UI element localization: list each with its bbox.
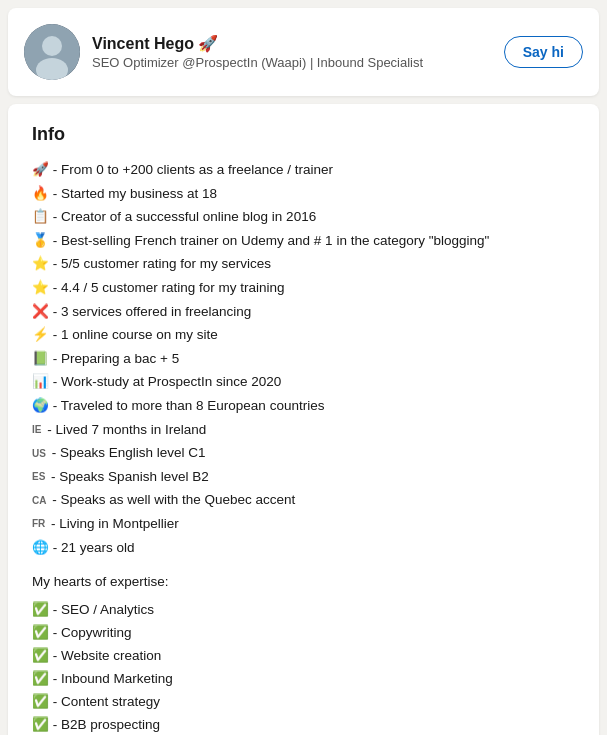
- info-list-item: 🌍 - Traveled to more than 8 European cou…: [32, 395, 575, 417]
- info-list-item: IE - Lived 7 months in Ireland: [32, 419, 575, 441]
- expertise-list-item: ✅ - Website creation: [32, 645, 575, 668]
- info-list-item: 🚀 - From 0 to +200 clients as a freelanc…: [32, 159, 575, 181]
- info-list-item: 🔥 - Started my business at 18: [32, 183, 575, 205]
- flag-label: FR: [32, 518, 45, 529]
- say-hi-button[interactable]: Say hi: [504, 36, 583, 68]
- expertise-list: ✅ - SEO / Analytics✅ - Copywriting✅ - We…: [32, 599, 575, 735]
- info-list-item: 📊 - Work-study at ProspectIn since 2020: [32, 371, 575, 393]
- expertise-list-item: ✅ - B2B prospecting: [32, 714, 575, 735]
- info-list-item: 🥇 - Best-selling French trainer on Udemy…: [32, 230, 575, 252]
- info-list-item: ⚡ - 1 online course on my site: [32, 324, 575, 346]
- info-list-item: 📗 - Preparing a bac + 5: [32, 348, 575, 370]
- expertise-list-item: ✅ - Inbound Marketing: [32, 668, 575, 691]
- flag-label: ES: [32, 471, 45, 482]
- profile-name: Vincent Hego 🚀: [92, 34, 423, 53]
- svg-point-1: [42, 36, 62, 56]
- profile-text: Vincent Hego 🚀 SEO Optimizer @ProspectIn…: [92, 34, 423, 70]
- info-card: Info 🚀 - From 0 to +200 clients as a fre…: [8, 104, 599, 735]
- expertise-list-item: ✅ - Content strategy: [32, 691, 575, 714]
- info-list-item: CA - Speaks as well with the Quebec acce…: [32, 489, 575, 511]
- flag-label: CA: [32, 495, 46, 506]
- avatar: [24, 24, 80, 80]
- profile-title: SEO Optimizer @ProspectIn (Waapi) | Inbo…: [92, 55, 423, 70]
- hearts-title: My hearts of expertise:: [32, 574, 575, 589]
- info-list: 🚀 - From 0 to +200 clients as a freelanc…: [32, 159, 575, 558]
- info-section-title: Info: [32, 124, 575, 145]
- expertise-list-item: ✅ - SEO / Analytics: [32, 599, 575, 622]
- info-list-item: ⭐ - 4.4 / 5 customer rating for my train…: [32, 277, 575, 299]
- flag-label: IE: [32, 424, 41, 435]
- profile-header-card: Vincent Hego 🚀 SEO Optimizer @ProspectIn…: [8, 8, 599, 96]
- info-list-item: 🌐 - 21 years old: [32, 537, 575, 559]
- info-list-item: ES - Speaks Spanish level B2: [32, 466, 575, 488]
- info-list-item: ⭐ - 5/5 customer rating for my services: [32, 253, 575, 275]
- info-list-item: 📋 - Creator of a successful online blog …: [32, 206, 575, 228]
- info-list-item: FR - Living in Montpellier: [32, 513, 575, 535]
- flag-label: US: [32, 448, 46, 459]
- info-list-item: US - Speaks English level C1: [32, 442, 575, 464]
- expertise-list-item: ✅ - Copywriting: [32, 622, 575, 645]
- info-list-item: ❌ - 3 services offered in freelancing: [32, 301, 575, 323]
- profile-info-left: Vincent Hego 🚀 SEO Optimizer @ProspectIn…: [24, 24, 423, 80]
